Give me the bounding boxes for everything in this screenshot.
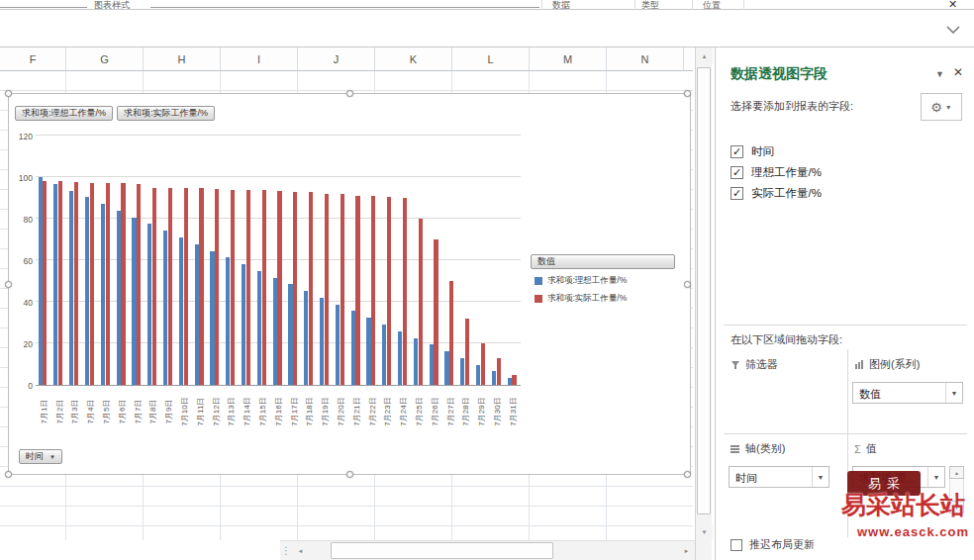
vertical-scrollbar-thumb[interactable] — [697, 67, 711, 514]
bar-series-0 — [366, 318, 370, 385]
axis-area-field[interactable]: 时间 ▼ — [729, 466, 829, 488]
bar-series-0 — [85, 197, 89, 385]
x-tick-label: 7月13日 — [224, 388, 240, 439]
defer-layout-row[interactable]: 推迟布局更新 — [730, 537, 815, 552]
y-tick-label: 0 — [28, 381, 33, 391]
resize-handle[interactable] — [684, 90, 691, 97]
resize-handle[interactable] — [346, 90, 353, 97]
legend-area-header: 图例(系列) — [854, 357, 920, 372]
resize-handle[interactable] — [346, 471, 353, 478]
column-header-M[interactable]: M — [530, 47, 607, 70]
funnel-icon — [730, 360, 740, 370]
x-tick-label: 7月29日 — [473, 388, 489, 439]
bar-series-1 — [231, 190, 235, 385]
ribbon-separator — [541, 0, 542, 10]
x-tick-label: 7月18日 — [302, 388, 318, 439]
pane-close-icon[interactable]: ✕ — [953, 65, 963, 79]
legend-area-field[interactable]: 数值 ▼ — [852, 382, 963, 404]
field-list: ✓时间✓理想工作量/%✓实际工作量/% — [730, 141, 822, 204]
values-area-header: Σ 值 — [854, 441, 877, 456]
field-label: 时间 — [751, 144, 774, 159]
defer-layout-checkbox[interactable] — [730, 539, 742, 551]
column-header-G[interactable]: G — [66, 47, 144, 70]
bar-series-0 — [351, 311, 355, 385]
bar-series-1 — [74, 182, 78, 385]
x-tick-label: 7月6日 — [114, 388, 130, 439]
horizontal-scrollbar-thumb[interactable] — [331, 542, 553, 559]
tools-button[interactable]: ⚙ ▼ — [921, 93, 962, 121]
y-axis: 020406080100120 — [11, 137, 33, 386]
bar-series-1 — [341, 194, 344, 385]
legend-area-label: 图例(系列) — [869, 357, 920, 372]
field-checkbox[interactable]: ✓ — [730, 145, 743, 158]
scrollbar-resize-handle[interactable]: ⋮ — [280, 545, 292, 556]
scroll-down-button[interactable]: ▼ — [696, 523, 713, 540]
bar-series-1 — [371, 196, 375, 385]
field-checkbox-row[interactable]: ✓时间 — [730, 141, 822, 162]
field-checkbox-row[interactable]: ✓理想工作量/% — [730, 162, 822, 183]
scroll-right-button[interactable]: ► — [678, 541, 695, 560]
gallery-more-button[interactable] — [940, 18, 966, 42]
resize-handle[interactable] — [684, 281, 691, 288]
columns-icon — [854, 360, 864, 370]
x-tick-label: 7月20日 — [333, 388, 348, 439]
bar-series-1 — [449, 281, 453, 385]
scroll-left-button[interactable]: ◄ — [292, 541, 309, 560]
field-label: 理想工作量/% — [751, 165, 822, 180]
axis-field-button[interactable]: 时间▼ — [19, 449, 62, 464]
ribbon-separator — [743, 0, 744, 10]
bar-series-1 — [43, 181, 47, 385]
axis-field-button-wrap: 时间▼ — [19, 445, 62, 464]
scroll-right-icon: ► — [684, 548, 690, 554]
column-header-J[interactable]: J — [298, 47, 375, 70]
axis-area-label: 轴(类别) — [745, 441, 785, 456]
x-tick-label: 7月27日 — [442, 388, 458, 439]
legend-field-button[interactable]: 数值 — [531, 254, 675, 269]
bar-series-0 — [53, 184, 57, 385]
axis-area-header: 轴(类别) — [730, 441, 785, 456]
x-tick-label: 7月9日 — [160, 388, 176, 439]
pivot-chart[interactable]: 求和项:理想工作量/%求和项:实际工作量/% 020406080100120 7… — [8, 93, 691, 475]
bar-series-1 — [199, 188, 203, 386]
legend-entries: 求和项:理想工作量/%求和项:实际工作量/% — [531, 275, 675, 305]
x-tick-label: 7月21日 — [348, 388, 364, 439]
field-checkbox-row[interactable]: ✓实际工作量/% — [730, 183, 822, 204]
bar-series-1 — [325, 194, 329, 385]
pane-options-icon[interactable]: ▼ — [935, 69, 944, 79]
x-tick-label: 7月16日 — [270, 388, 286, 439]
x-tick-label: 7月26日 — [427, 388, 442, 439]
resize-handle[interactable] — [684, 471, 691, 478]
pane-title: 数据透视图字段 — [730, 65, 828, 83]
x-tick-label: 7月8日 — [146, 388, 161, 439]
bar-series-0 — [242, 264, 245, 385]
field-checkbox[interactable]: ✓ — [730, 187, 743, 200]
scroll-left-icon: ◄ — [298, 548, 304, 554]
column-header-H[interactable]: H — [144, 47, 221, 70]
ribbon-separator — [692, 0, 693, 10]
resize-handle[interactable] — [5, 90, 12, 97]
column-header-N[interactable]: N — [607, 47, 684, 70]
field-checkbox[interactable]: ✓ — [730, 166, 743, 179]
chart-field-button[interactable]: 求和项:理想工作量/% — [15, 106, 113, 121]
column-header-I[interactable]: I — [221, 47, 298, 70]
column-header-F[interactable]: F — [0, 47, 66, 70]
horizontal-scrollbar-track[interactable] — [309, 541, 678, 560]
bar-series-0 — [273, 278, 277, 385]
bar-series-0 — [39, 177, 43, 385]
column-header-K[interactable]: K — [375, 47, 452, 70]
vertical-scrollbar[interactable]: ▲ ▼ — [695, 47, 712, 540]
scroll-up-button[interactable]: ▲ — [696, 47, 713, 64]
bar-series-0 — [101, 204, 105, 385]
bar-series-1 — [215, 189, 219, 385]
bar-series-0 — [492, 371, 496, 385]
gridline — [36, 176, 521, 177]
filters-area-header: 筛选器 — [730, 357, 778, 372]
x-axis-labels: 7月1日7月2日7月3日7月4日7月5日7月6日7月7日7月8日7月9日7月10… — [36, 388, 521, 439]
column-header-L[interactable]: L — [452, 47, 530, 70]
resize-handle[interactable] — [5, 471, 12, 478]
horizontal-scrollbar[interactable]: ⋮ ◄ ► — [280, 540, 695, 560]
bar-series-0 — [382, 325, 386, 385]
bar-series-1 — [137, 184, 141, 385]
chart-field-button[interactable]: 求和项:实际工作量/% — [117, 106, 215, 121]
mini-scroll-up-button[interactable]: ▲ — [949, 466, 964, 479]
